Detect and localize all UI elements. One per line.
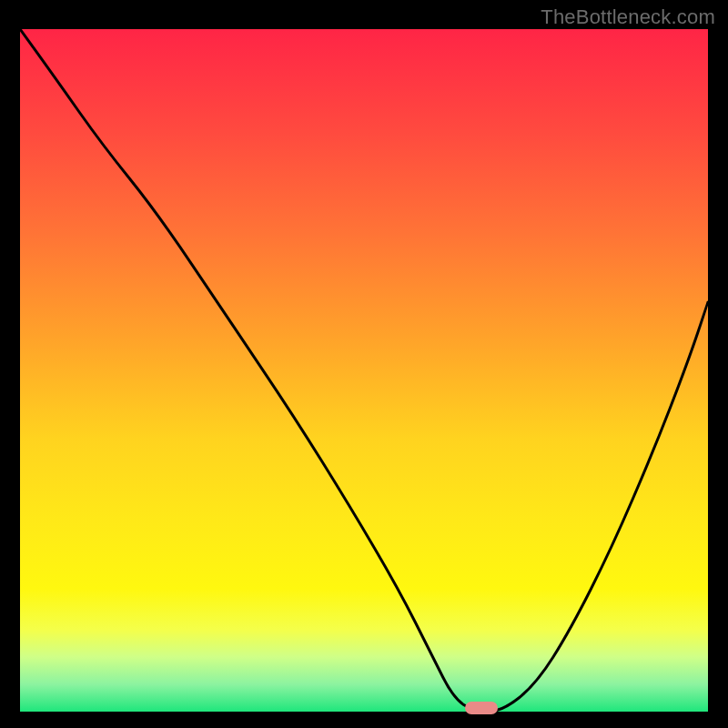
watermark-text: TheBottleneck.com [541, 5, 715, 29]
chart-svg [20, 29, 708, 712]
chart-background [20, 29, 708, 712]
bottleneck-chart [20, 29, 708, 712]
optimum-marker [465, 702, 498, 714]
app-frame: TheBottleneck.com [0, 0, 728, 728]
